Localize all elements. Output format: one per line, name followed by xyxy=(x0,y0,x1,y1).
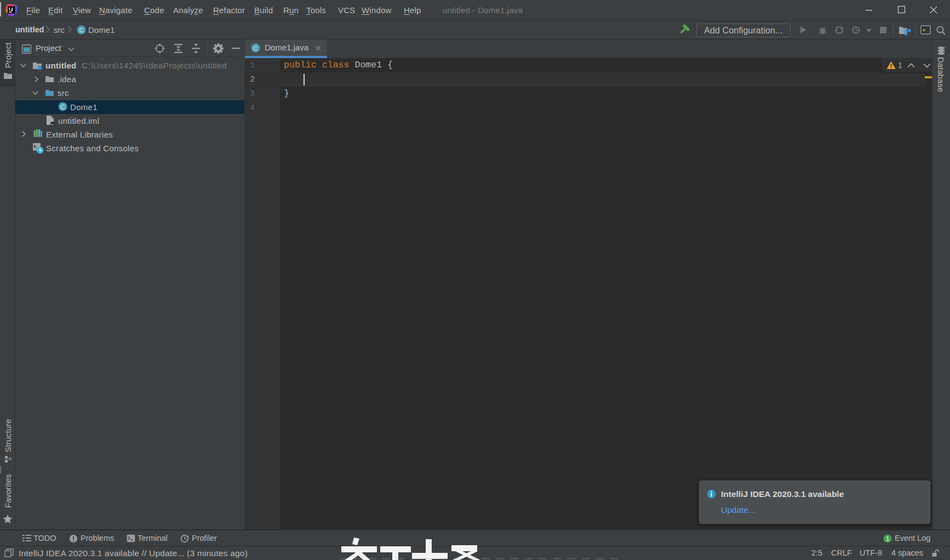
svg-text:C: C xyxy=(254,45,258,52)
svg-text:1: 1 xyxy=(886,535,889,542)
svg-text:C: C xyxy=(79,27,84,33)
svg-text:C: C xyxy=(61,104,65,110)
